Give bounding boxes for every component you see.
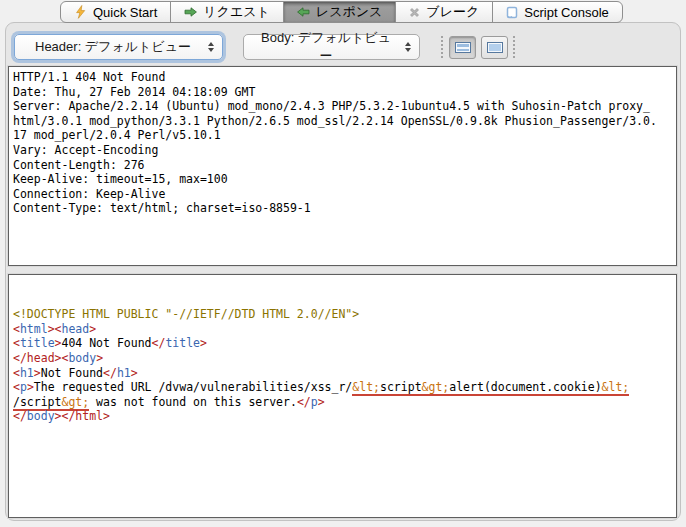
response-header-pane[interactable]: HTTP/1.1 404 Not Found Date: Thu, 27 Feb… [8,66,677,266]
single-view-toggle-button[interactable] [481,36,508,59]
header-view-select[interactable]: Header: デフォルトビュー [14,34,223,60]
tab-script-console[interactable]: Script Console [492,1,623,23]
tab-response[interactable]: レスポンス [283,1,397,23]
code-line: </head><body> [13,351,676,366]
code-line: </body></html> [13,409,676,424]
toolbar-separator [513,36,515,58]
tab-label: Script Console [524,5,609,20]
response-body-pane[interactable]: <!DOCTYPE HTML PUBLIC "-//IETF//DTD HTML… [8,274,677,518]
arrow-right-icon [184,7,197,17]
zap-response-window: { "tabs": [ { "label": "Quick Start", "i… [0,0,686,527]
split-view-icon [455,42,471,53]
split-view-toggle-button[interactable] [449,36,476,59]
script-console-icon [506,6,518,19]
response-body-code: <!DOCTYPE HTML PUBLIC "-//IETF//DTD HTML… [13,307,676,424]
tab-break[interactable]: ブレーク [395,1,493,23]
code-line: <h1>Not Found</h1> [13,366,676,381]
tab-label: リクエスト [203,3,270,21]
header-view-select-value: Header: デフォルトビュー [26,38,200,56]
tab-label: Quick Start [93,5,157,20]
tab-label: ブレーク [426,3,479,21]
body-view-select-value: Body: デフォルトビュー [255,29,397,65]
body-view-select[interactable]: Body: デフォルトビュー [243,34,420,60]
arrow-left-icon [297,7,310,17]
tab-label: レスポンス [316,3,383,21]
chevron-up-down-icon [208,42,214,52]
lightning-icon [74,5,87,19]
code-line: <p>The requested URL /dvwa/vulnerabiliti… [13,380,676,395]
code-line: <html><head> [13,322,676,337]
tab-request[interactable]: リクエスト [170,1,284,23]
tab-quick-start[interactable]: Quick Start [60,1,171,23]
break-x-icon [409,7,420,18]
toolbar-separator [441,36,443,58]
code-line: <!DOCTYPE HTML PUBLIC "-//IETF//DTD HTML… [13,307,676,322]
code-line: <title>404 Not Found</title> [13,336,676,351]
tab-bar: Quick Start リクエスト レスポンス ブレーク Script Cons… [60,1,623,23]
single-view-icon [487,42,503,53]
code-line: /script&gt; was not found on this server… [13,395,676,410]
chevron-up-down-icon [405,42,411,52]
